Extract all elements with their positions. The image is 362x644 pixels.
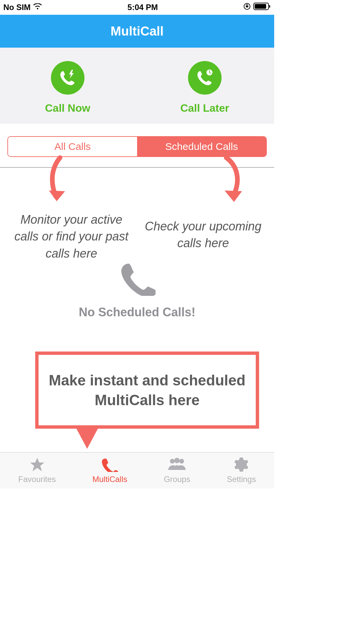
gear-icon — [233, 457, 249, 473]
hint-scheduled-calls: Check your upcoming calls here — [139, 218, 267, 252]
call-later-label: Call Later — [180, 102, 229, 114]
phone-icon — [102, 457, 118, 473]
status-time: 5:04 PM — [127, 3, 158, 12]
wifi-icon — [33, 3, 42, 12]
svg-point-5 — [170, 459, 175, 464]
star-icon — [29, 457, 45, 473]
callout-tail-icon — [76, 429, 98, 449]
tab-multicalls-label: MultiCalls — [93, 475, 127, 484]
arrow-left-icon — [42, 154, 72, 215]
tab-groups-label: Groups — [164, 475, 190, 484]
phone-bolt-icon — [51, 61, 84, 95]
callout-box: Make instant and scheduled MultiCalls he… — [35, 352, 259, 429]
arrow-right-icon — [215, 154, 248, 215]
status-bar: No SIM 5:04 PM — [0, 0, 274, 15]
svg-rect-2 — [255, 4, 266, 9]
page-title: MultiCall — [111, 24, 164, 39]
tab-favourites[interactable]: Favourites — [18, 457, 56, 484]
tab-scheduled-calls[interactable]: Scheduled Calls — [137, 137, 266, 156]
svg-point-7 — [179, 459, 184, 464]
empty-state-label: No Scheduled Calls! — [79, 305, 195, 319]
status-right — [243, 2, 271, 12]
tab-all-calls[interactable]: All Calls — [8, 137, 137, 156]
hint-all-calls: Monitor your active calls or find your p… — [9, 211, 133, 262]
segmented-control: All Calls Scheduled Calls — [7, 136, 267, 157]
carrier-label: No SIM — [3, 3, 31, 12]
status-left: No SIM — [3, 3, 42, 12]
call-later-button[interactable]: Call Later — [180, 61, 229, 114]
phone-clock-icon — [188, 61, 222, 95]
phone-empty-icon — [119, 259, 156, 297]
tab-settings[interactable]: Settings — [227, 457, 256, 484]
call-now-button[interactable]: Call Now — [45, 61, 90, 114]
nav-header: MultiCall — [0, 15, 274, 48]
svg-point-6 — [174, 458, 180, 463]
groups-icon — [167, 457, 187, 473]
tab-bar: Favourites MultiCalls Groups Settings — [0, 452, 274, 488]
call-now-label: Call Now — [45, 102, 90, 114]
tab-groups[interactable]: Groups — [164, 457, 190, 484]
hint-area: Monitor your active calls or find your p… — [0, 168, 274, 329]
tab-favourites-label: Favourites — [18, 475, 56, 484]
action-row: Call Now Call Later — [0, 48, 274, 124]
callout-text: Make instant and scheduled MultiCalls he… — [39, 370, 256, 410]
tab-settings-label: Settings — [227, 475, 256, 484]
orientation-lock-icon — [243, 3, 251, 12]
svg-rect-3 — [269, 5, 270, 8]
tab-multicalls[interactable]: MultiCalls — [93, 457, 127, 484]
battery-icon — [253, 2, 271, 12]
